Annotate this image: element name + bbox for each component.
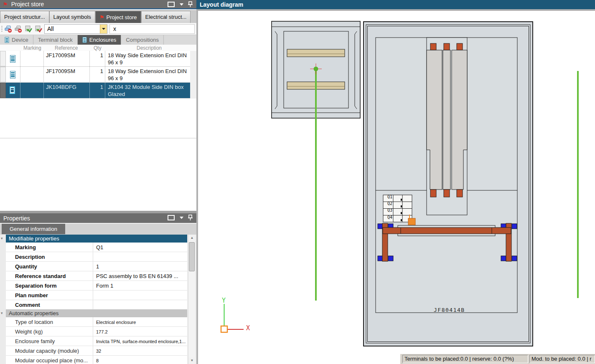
scroll-down-icon[interactable]: ▼ bbox=[188, 357, 196, 364]
status-bar: Terminals to be placed:0.0 | reserve: 0.… bbox=[400, 354, 595, 364]
properties-grid: ▾ Modifiable properties Marking Q1 Descr… bbox=[0, 235, 196, 364]
cad-drawing bbox=[198, 11, 595, 364]
property-row: Marking Q1 bbox=[6, 243, 187, 252]
restore-window-icon[interactable] bbox=[167, 1, 175, 8]
dock-tab-strip: Project structur... Layout symbols ⚑ Pro… bbox=[0, 10, 196, 23]
section-modifiable-properties[interactable]: Modifiable properties bbox=[6, 235, 187, 243]
store-toolbar: All x bbox=[0, 23, 196, 35]
property-row: Quantity 1 bbox=[6, 262, 187, 271]
property-value-field[interactable]: Form 1 bbox=[93, 281, 187, 290]
collapse-triangle-icon[interactable]: ▾ bbox=[1, 311, 5, 315]
module-row-label: Q4 bbox=[384, 215, 392, 220]
properties-title: Properties bbox=[3, 215, 30, 222]
column-header-description: Description bbox=[137, 45, 162, 51]
application-window: ⚑ Project store Project structur... Layo… bbox=[0, 0, 595, 364]
module-row-label: Q3 bbox=[384, 208, 392, 212]
layout-diagram-title: Layout diagram bbox=[200, 1, 243, 8]
search-input[interactable]: x bbox=[109, 24, 195, 34]
tab-project-structure[interactable]: Project structur... bbox=[0, 11, 49, 23]
tab-electrical-structure[interactable]: Electrical struct... bbox=[141, 11, 191, 23]
axis-y-label: Y bbox=[222, 297, 226, 304]
table-row[interactable]: JF17009SM 1 18 Way Side Extension Encl D… bbox=[0, 51, 190, 67]
property-row: Comment bbox=[6, 300, 187, 310]
property-value-field[interactable] bbox=[93, 252, 187, 261]
property-row: Type of location Electrical enclosure bbox=[6, 317, 187, 327]
property-row: Plan number bbox=[6, 291, 187, 300]
symbol-preview-area bbox=[0, 138, 196, 211]
main-enclosure bbox=[364, 22, 533, 346]
tab-layout-symbols[interactable]: Layout symbols bbox=[49, 11, 95, 23]
properties-titlebar: Properties bbox=[0, 213, 196, 223]
tab-enclosures[interactable]: Enclosures bbox=[78, 35, 121, 45]
table-row[interactable]: JF17009SM 1 18 Way Side Extension Encl D… bbox=[0, 67, 190, 83]
property-value-field[interactable] bbox=[93, 291, 187, 300]
property-row: Enclosure family Invicta TPN, surface-mo… bbox=[6, 336, 187, 346]
module-row-label: Q1 bbox=[384, 195, 392, 199]
device-remove-gray-icon[interactable] bbox=[14, 25, 22, 33]
down-triangle-icon bbox=[102, 28, 105, 30]
enclosure-icon bbox=[10, 55, 15, 63]
section-automatic-properties[interactable]: Automatic properties bbox=[6, 309, 187, 317]
toolbar-grip-handle[interactable] bbox=[1, 25, 3, 33]
property-row: Separation form Form 1 bbox=[6, 281, 187, 291]
pin-icon[interactable] bbox=[188, 1, 193, 8]
category-tab-strip: Device Terminal block Enclosures Composi… bbox=[0, 35, 196, 45]
table-header-row: Marking Reference Qty Description bbox=[0, 45, 196, 51]
axis-x-label: X bbox=[246, 324, 250, 332]
row-selector[interactable] bbox=[0, 51, 6, 66]
property-row: Modular capacity (module) 32 bbox=[6, 346, 187, 356]
scroll-up-icon[interactable]: ▲ bbox=[188, 235, 196, 241]
properties-scrollbar[interactable]: ▲ ▼ bbox=[188, 235, 195, 364]
property-value-field[interactable]: Q1 bbox=[93, 243, 187, 252]
property-row: Modular occupied place (mo... 8 bbox=[6, 356, 187, 364]
layout-diagram-titlebar: Layout diagram bbox=[196, 0, 595, 9]
pin-icon[interactable] bbox=[188, 215, 193, 221]
enclosure-icon bbox=[10, 71, 15, 78]
busbar-terminal bbox=[430, 43, 436, 50]
filter-value: All bbox=[47, 25, 54, 32]
enclosure-icon bbox=[82, 37, 87, 43]
property-value-readonly: 32 bbox=[93, 346, 187, 355]
tab-compositions[interactable]: Compositions bbox=[121, 35, 164, 45]
column-header-reference: Reference bbox=[55, 45, 78, 51]
restore-window-icon[interactable] bbox=[167, 215, 175, 221]
property-value-field[interactable]: 1 bbox=[93, 262, 187, 271]
enclosure-icon bbox=[10, 86, 15, 94]
status-modules: Mod. to be placed: 0.0 | r bbox=[529, 355, 595, 363]
tab-general-information[interactable]: General information bbox=[2, 224, 65, 234]
table-empty-area bbox=[0, 99, 196, 138]
row-selector[interactable] bbox=[0, 83, 6, 98]
property-value-readonly: 177.2 bbox=[93, 327, 187, 336]
window-menu-caret-icon[interactable] bbox=[180, 3, 183, 6]
ucs-axes bbox=[221, 304, 244, 332]
import-check-green-icon[interactable] bbox=[24, 25, 32, 33]
tab-project-store[interactable]: ⚑ Project store bbox=[95, 11, 141, 23]
tab-terminal-block[interactable]: Terminal block bbox=[33, 35, 78, 45]
filter-dropdown-button[interactable] bbox=[100, 25, 107, 33]
property-row: Weight (kg) 177.2 bbox=[6, 327, 187, 336]
device-remove-blue-icon[interactable] bbox=[4, 25, 12, 33]
table-row-selected[interactable]: JK104BDFG 1 JK104 32 Module Side DIN box… bbox=[0, 83, 190, 99]
window-menu-caret-icon[interactable] bbox=[180, 217, 183, 219]
property-value-readonly: Invicta TPN, surface-mounted enclosure,1… bbox=[93, 336, 187, 346]
row-selector[interactable] bbox=[0, 67, 6, 82]
property-value-field[interactable] bbox=[93, 300, 187, 309]
column-header-qty: Qty bbox=[94, 45, 102, 51]
scrollbar-thumb[interactable] bbox=[189, 242, 195, 271]
device-icon bbox=[5, 37, 9, 43]
properties-tab-strip: General information bbox=[0, 224, 196, 235]
tab-device[interactable]: Device bbox=[0, 35, 33, 45]
import-check-red-icon[interactable] bbox=[34, 25, 42, 33]
collapse-triangle-icon[interactable]: ▾ bbox=[1, 236, 5, 240]
property-value-field[interactable]: PSC assembly to BS EN 61439 ... bbox=[93, 271, 187, 281]
filter-combobox[interactable]: All bbox=[44, 24, 107, 34]
property-value-readonly: 8 bbox=[93, 356, 187, 364]
ucs-origin bbox=[221, 326, 227, 332]
property-row: Reference standard PSC assembly to BS EN… bbox=[6, 271, 187, 281]
project-store-titlebar: ⚑ Project store bbox=[0, 0, 196, 9]
module-row-label: Q2 bbox=[384, 201, 392, 206]
enclosure-reference-label: JF80414B bbox=[434, 307, 465, 313]
property-value-readonly: Electrical enclosure bbox=[93, 317, 187, 326]
status-terminals: Terminals to be placed:0.0 | reserve: 0.… bbox=[402, 355, 528, 363]
red-flag-icon: ⚑ bbox=[3, 1, 8, 8]
